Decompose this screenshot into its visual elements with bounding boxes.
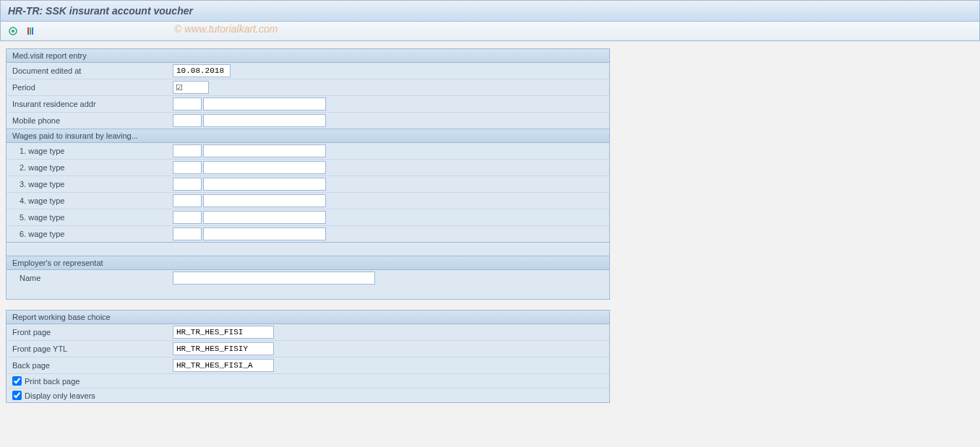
row-front-page: Front page [7, 324, 609, 340]
label-front-page-ytl: Front page YTL [7, 342, 173, 355]
sub-panel-wages: Wages paid to insurant by leaving... 1. … [7, 129, 609, 243]
row-wage-5: 5. wage type [7, 209, 609, 225]
svg-rect-3 [30, 27, 31, 35]
input-employer-name[interactable] [173, 272, 375, 285]
watermark: © www.tutorialkart.com [174, 23, 278, 35]
input-wage-1-code[interactable] [173, 144, 202, 157]
input-doc-edited[interactable] [173, 64, 231, 77]
page-title: HR-TR: SSK insurant account voucher [8, 5, 193, 17]
row-wage-4: 4. wage type [7, 192, 609, 209]
sub-body-employer: Name [7, 270, 609, 286]
sub-panel-employer: Employer's or representat Name [7, 256, 609, 286]
execute-icon[interactable] [7, 25, 20, 38]
checkbox-period[interactable]: ☑ [173, 81, 209, 94]
spacer [7, 286, 609, 299]
toolbar: © www.tutorialkart.com [0, 22, 980, 41]
checkbox-print-back-label[interactable]: Print back page [12, 376, 79, 386]
row-period: Period ☑ [7, 79, 609, 95]
checkbox-print-back[interactable] [12, 376, 22, 386]
input-residence-code[interactable] [173, 97, 202, 110]
input-wage-3-desc[interactable] [203, 178, 326, 191]
row-back-page: Back page [7, 357, 609, 373]
input-residence-desc[interactable] [203, 97, 326, 110]
svg-rect-2 [27, 27, 29, 35]
input-front-page-ytl[interactable] [173, 342, 274, 355]
title-bar: HR-TR: SSK insurant account voucher [0, 0, 980, 22]
checkbox-display-leavers[interactable] [12, 391, 22, 400]
input-wage-5-code[interactable] [173, 211, 202, 224]
variant-icon[interactable] [24, 25, 37, 38]
input-wage-2-desc[interactable] [203, 161, 326, 174]
label-display-leavers: Display only leavers [25, 391, 95, 400]
row-display-leavers: Display only leavers [7, 388, 609, 402]
input-front-page[interactable] [173, 326, 274, 339]
sub-body-wages: 1. wage type 2. wage type [7, 143, 609, 242]
row-employer-name: Name [7, 270, 609, 286]
label-front-page: Front page [7, 326, 173, 339]
input-wage-5-desc[interactable] [203, 211, 326, 224]
svg-point-1 [12, 30, 14, 32]
label-wage-3: 3. wage type [14, 178, 173, 191]
row-residence: Insurant residence addr [7, 95, 609, 112]
row-wage-1: 1. wage type [7, 143, 609, 159]
input-wage-3-code[interactable] [173, 178, 202, 191]
panel-header-report-base: Report working base choice [7, 311, 609, 324]
row-wage-2: 2. wage type [7, 159, 609, 175]
row-wage-6: 6. wage type [7, 225, 609, 242]
panel-body-report-base: Front page Front page YTL Back page [7, 324, 609, 402]
label-residence: Insurant residence addr [7, 97, 173, 110]
label-wage-6: 6. wage type [14, 227, 173, 240]
label-wage-2: 2. wage type [14, 161, 173, 174]
label-period: Period [7, 81, 173, 94]
label-wage-4: 4. wage type [14, 194, 173, 207]
spacer [7, 243, 609, 256]
panel-med-visit: Med.visit report entry Document edited a… [6, 48, 610, 300]
label-back-page: Back page [7, 359, 173, 372]
svg-rect-4 [32, 27, 33, 35]
sub-panel-header-employer: Employer's or representat [7, 256, 609, 270]
input-mobile-desc[interactable] [203, 114, 326, 127]
row-doc-edited: Document edited at [7, 63, 609, 79]
label-mobile: Mobile phone [7, 114, 173, 127]
checkbox-display-leavers-label[interactable]: Display only leavers [12, 391, 95, 400]
label-doc-edited: Document edited at [7, 64, 173, 77]
row-front-page-ytl: Front page YTL [7, 340, 609, 357]
label-wage-5: 5. wage type [14, 211, 173, 224]
check-icon: ☑ [176, 83, 183, 92]
row-mobile: Mobile phone [7, 112, 609, 129]
input-wage-6-code[interactable] [173, 227, 202, 240]
row-wage-3: 3. wage type [7, 175, 609, 192]
input-mobile-code[interactable] [173, 114, 202, 127]
panel-report-base: Report working base choice Front page Fr… [6, 310, 610, 403]
panel-body-med-visit: Document edited at Period ☑ Insurant res… [7, 63, 609, 299]
sub-panel-header-wages: Wages paid to insurant by leaving... [7, 129, 609, 143]
input-wage-6-desc[interactable] [203, 227, 326, 240]
row-print-back: Print back page [7, 373, 609, 388]
label-employer-name: Name [14, 272, 173, 285]
label-wage-1: 1. wage type [14, 144, 173, 157]
input-wage-4-code[interactable] [173, 194, 202, 207]
content-area: Med.visit report entry Document edited a… [0, 41, 980, 410]
panel-header-med-visit: Med.visit report entry [7, 49, 609, 63]
input-wage-1-desc[interactable] [203, 144, 326, 157]
input-wage-2-code[interactable] [173, 161, 202, 174]
label-print-back: Print back page [25, 377, 79, 386]
input-wage-4-desc[interactable] [203, 194, 326, 207]
input-back-page[interactable] [173, 359, 274, 372]
